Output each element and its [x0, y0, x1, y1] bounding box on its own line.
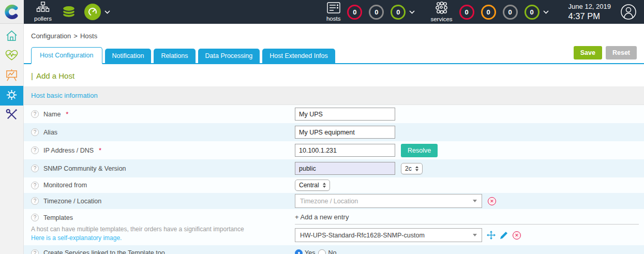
breadcrumb: Configuration>Hosts	[24, 24, 644, 40]
page-title-prefix: |	[31, 71, 33, 80]
help-icon[interactable]: ?	[31, 182, 39, 189]
add-template-entry-link[interactable]: + Add a new entry	[295, 212, 349, 224]
sidebar-item-reporting[interactable]	[0, 66, 23, 86]
current-date: June 12, 2019	[568, 3, 611, 11]
dropdown-arrow-icon	[473, 234, 477, 236]
hosts-status-group[interactable]: hosts	[326, 2, 341, 22]
services-warning-badge[interactable]: 0	[481, 5, 496, 20]
tab-data-processing[interactable]: Data Processing	[198, 49, 260, 63]
tab-host-extended-infos[interactable]: Host Extended Infos	[262, 49, 335, 63]
centreon-logo[interactable]	[0, 0, 24, 24]
ip-address-input[interactable]	[295, 144, 395, 157]
snmp-version-value: 2c	[405, 165, 412, 172]
snmp-community-input[interactable]	[295, 162, 395, 175]
page-title-text: Add a Host	[36, 71, 74, 80]
gear-icon	[6, 89, 18, 103]
sidebar-nav	[0, 24, 24, 254]
services-critical-badge[interactable]: 0	[459, 5, 474, 20]
home-icon	[5, 29, 18, 44]
create-services-yes-radio[interactable]	[295, 249, 303, 254]
form-actions: Save Reset	[574, 46, 637, 63]
services-status-group[interactable]: services	[430, 2, 452, 23]
name-input[interactable]	[295, 108, 395, 121]
services-ok-badge[interactable]: 0	[525, 5, 540, 20]
form-row-snmp: ? SNMP Community & Version 2c	[24, 159, 644, 177]
tab-relations[interactable]: Relations	[154, 49, 195, 63]
template-edit-pencil-icon[interactable]	[500, 231, 508, 239]
gauge-status-icon[interactable]	[84, 4, 101, 20]
heartbeat-icon	[5, 49, 19, 64]
sidebar-item-monitoring[interactable]	[0, 47, 23, 66]
save-button[interactable]: Save	[574, 46, 602, 59]
main-content: Configuration>Hosts Host Configuration N…	[24, 24, 644, 254]
help-icon[interactable]: ?	[31, 197, 39, 205]
form-row-alias: ? Alias	[24, 123, 644, 141]
timezone-select[interactable]: Timezone / Location	[295, 194, 482, 208]
monitored-from-select[interactable]: Central	[295, 180, 330, 191]
sidebar-item-configuration[interactable]	[0, 86, 23, 106]
help-icon[interactable]: ?	[31, 128, 39, 136]
alias-label: Alias	[43, 129, 57, 136]
services-unknown-badge[interactable]: 0	[503, 5, 518, 20]
poller-chevron-down-icon[interactable]	[104, 10, 110, 14]
create-services-yes-label: Yes	[305, 249, 315, 254]
templates-divider	[295, 224, 639, 225]
form-row-timezone: ? Timezone / Location Timezone / Locatio…	[24, 193, 644, 209]
dropdown-arrow-icon	[473, 200, 477, 202]
monitored-from-label: Monitored from	[43, 182, 87, 189]
pollers-icon	[36, 2, 50, 16]
help-icon[interactable]: ?	[31, 110, 39, 118]
select-stepper-icon	[415, 166, 418, 171]
services-chevron-down-icon[interactable]	[543, 10, 549, 14]
monitored-from-value: Central	[299, 182, 319, 189]
required-marker: *	[99, 146, 101, 154]
tab-notification[interactable]: Notification	[105, 49, 152, 63]
form-row-create-services: ? Create Services linked to the Template…	[24, 245, 644, 254]
select-stepper-icon	[323, 183, 326, 188]
breadcrumb-section[interactable]: Configuration	[31, 32, 71, 40]
template-delete-icon[interactable]: ✕	[513, 231, 521, 240]
tab-host-configuration[interactable]: Host Configuration	[31, 47, 102, 64]
clock: June 12, 2019 4:37 PM	[568, 3, 611, 22]
help-icon[interactable]: ?	[31, 214, 39, 221]
hosts-up-badge[interactable]: 0	[391, 5, 406, 20]
tab-bar: Host Configuration Notification Relation…	[24, 40, 644, 64]
form-row-monitored-from: ? Monitored from Central	[24, 177, 644, 193]
form-row-ip-address: ? IP Address / DNS * Resolve	[24, 141, 644, 159]
hosts-chevron-down-icon[interactable]	[409, 10, 415, 14]
current-time: 4:37 PM	[568, 11, 611, 22]
timezone-label: Timezone / Location	[43, 198, 101, 205]
pollers-label: pollers	[34, 16, 52, 22]
snmp-version-select[interactable]: 2c	[401, 163, 423, 174]
create-services-label: Create Services linked to the Template t…	[43, 249, 165, 254]
page-title: |Add a Host	[24, 64, 644, 86]
pollers-status[interactable]: pollers	[34, 2, 52, 22]
form-row-templates: ? Templates A host can have multiple tem…	[24, 209, 644, 245]
reset-button[interactable]: Reset	[606, 46, 637, 59]
template-select[interactable]: HW-UPS-Standard-Rfc1628-SNMP-custom	[295, 228, 482, 242]
resolve-button[interactable]: Resolve	[401, 144, 438, 157]
help-icon[interactable]: ?	[31, 146, 39, 154]
help-icon[interactable]: ?	[31, 249, 39, 254]
services-icon	[435, 2, 449, 16]
timezone-placeholder: Timezone / Location	[300, 198, 358, 205]
database-status-icon[interactable]	[61, 4, 77, 20]
sidebar-item-administration[interactable]	[0, 106, 23, 125]
sidebar-item-home[interactable]	[0, 27, 23, 47]
hosts-label: hosts	[326, 16, 341, 22]
chart-easel-icon	[5, 69, 18, 84]
breadcrumb-page[interactable]: Hosts	[80, 32, 97, 40]
timezone-clear-icon[interactable]: ✕	[488, 197, 496, 205]
breadcrumb-separator: >	[73, 32, 78, 40]
templates-help-link[interactable]: Here is a self-explanatory image.	[31, 234, 295, 242]
hosts-down-badge[interactable]: 0	[347, 5, 362, 20]
alias-input[interactable]	[295, 126, 395, 139]
services-label: services	[430, 17, 452, 23]
help-icon[interactable]: ?	[31, 165, 39, 172]
templates-label: Templates	[43, 214, 73, 221]
hosts-unreachable-badge[interactable]: 0	[369, 5, 384, 20]
template-move-icon[interactable]	[487, 231, 496, 240]
user-profile-icon[interactable]	[620, 4, 637, 20]
create-services-no-radio[interactable]	[318, 249, 326, 254]
template-selected-value: HW-UPS-Standard-Rfc1628-SNMP-custom	[300, 232, 425, 239]
